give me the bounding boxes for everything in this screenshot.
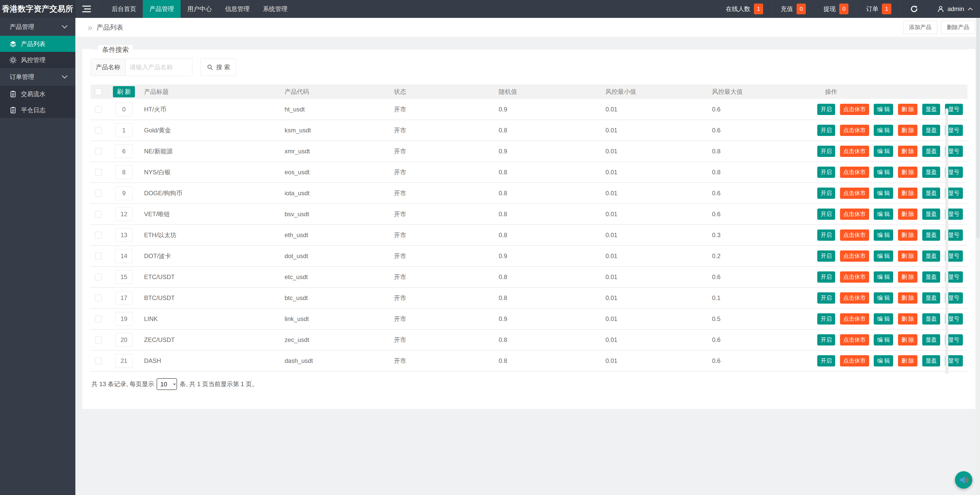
edit-button[interactable]: 编 辑 — [874, 355, 893, 366]
delete-button[interactable]: 删 除 — [898, 229, 917, 241]
close-market-button[interactable]: 点击休市 — [840, 271, 869, 283]
select-all-checkbox[interactable] — [95, 88, 102, 95]
row-checkbox[interactable] — [95, 169, 102, 175]
row-sort-id[interactable]: 13 — [115, 228, 133, 242]
open-market-button[interactable]: 开启 — [817, 104, 835, 115]
close-market-button[interactable]: 点击休市 — [840, 334, 869, 345]
row-sort-id[interactable]: 0 — [115, 102, 133, 116]
show-profit-button[interactable]: 显盈 — [922, 167, 940, 178]
search-button[interactable]: 搜 索 — [200, 59, 236, 76]
sidebar-group-product-mgmt[interactable]: 产品管理 — [0, 18, 75, 36]
show-profit-button[interactable]: 显盈 — [922, 292, 940, 304]
row-sort-id[interactable]: 20 — [115, 333, 133, 347]
show-profit-button[interactable]: 显盈 — [922, 334, 940, 345]
row-sort-id[interactable]: 12 — [115, 207, 133, 221]
close-market-button[interactable]: 点击休市 — [840, 146, 869, 157]
edit-button[interactable]: 编 辑 — [874, 271, 893, 283]
row-checkbox[interactable] — [95, 315, 102, 322]
edit-button[interactable]: 编 辑 — [874, 146, 893, 157]
row-sort-id[interactable]: 21 — [115, 354, 133, 368]
delete-button[interactable]: 删 除 — [898, 125, 917, 136]
sidebar-item-trade-flow[interactable]: 交易流水 — [0, 86, 75, 102]
close-market-button[interactable]: 点击休市 — [840, 167, 869, 178]
show-profit-button[interactable]: 显盈 — [922, 250, 940, 262]
row-checkbox[interactable] — [95, 148, 102, 154]
page-size-select[interactable]: 10 — [157, 378, 177, 390]
delete-product-button[interactable]: 删除产品 — [941, 21, 975, 34]
show-profit-button[interactable]: 显盈 — [922, 188, 940, 199]
stat-online-count[interactable]: 在线人数 1 — [717, 0, 772, 18]
nav-item-dashboard[interactable]: 后台首页 — [105, 0, 143, 18]
open-market-button[interactable]: 开启 — [817, 313, 835, 325]
stat-deposit[interactable]: 充值 0 — [772, 0, 815, 18]
show-profit-button[interactable]: 显盈 — [922, 125, 940, 136]
close-market-button[interactable]: 点击休市 — [840, 125, 869, 136]
delete-button[interactable]: 删 除 — [898, 250, 917, 262]
table-refresh-button[interactable]: 刷 新 — [113, 86, 135, 97]
row-checkbox[interactable] — [95, 294, 102, 301]
row-sort-id[interactable]: 9 — [115, 186, 133, 200]
row-checkbox[interactable] — [95, 127, 102, 134]
open-market-button[interactable]: 开启 — [817, 146, 835, 157]
close-market-button[interactable]: 点击休市 — [840, 355, 869, 366]
page-scrollbar[interactable] — [976, 18, 980, 495]
close-market-button[interactable]: 点击休市 — [840, 229, 869, 241]
delete-button[interactable]: 删 除 — [898, 188, 917, 199]
page-scrollbar-thumb[interactable] — [977, 18, 980, 238]
show-profit-button[interactable]: 显盈 — [922, 229, 940, 241]
edit-button[interactable]: 编 辑 — [874, 292, 893, 304]
nav-item-system[interactable]: 系统管理 — [256, 0, 294, 18]
show-profit-button[interactable]: 显盈 — [922, 313, 940, 325]
delete-button[interactable]: 删 除 — [898, 167, 917, 178]
delete-button[interactable]: 删 除 — [898, 146, 917, 157]
row-sort-id[interactable]: 1 — [115, 123, 133, 137]
row-sort-id[interactable]: 14 — [115, 249, 133, 263]
row-checkbox[interactable] — [95, 274, 102, 280]
table-scrollbar[interactable] — [945, 108, 948, 374]
edit-button[interactable]: 编 辑 — [874, 125, 893, 136]
delete-button[interactable]: 删 除 — [898, 355, 917, 366]
delete-button[interactable]: 删 除 — [898, 104, 917, 115]
row-checkbox[interactable] — [95, 190, 102, 197]
open-market-button[interactable]: 开启 — [817, 229, 835, 241]
delete-button[interactable]: 删 除 — [898, 209, 917, 220]
nav-item-info[interactable]: 信息管理 — [218, 0, 256, 18]
edit-button[interactable]: 编 辑 — [874, 188, 893, 199]
open-market-button[interactable]: 开启 — [817, 292, 835, 304]
show-profit-button[interactable]: 显盈 — [922, 146, 940, 157]
open-market-button[interactable]: 开启 — [817, 271, 835, 283]
open-market-button[interactable]: 开启 — [817, 334, 835, 345]
open-market-button[interactable]: 开启 — [817, 125, 835, 136]
close-market-button[interactable]: 点击休市 — [840, 209, 869, 220]
close-market-button[interactable]: 点击休市 — [840, 292, 869, 304]
row-checkbox[interactable] — [95, 211, 102, 218]
close-market-button[interactable]: 点击休市 — [840, 104, 869, 115]
edit-button[interactable]: 编 辑 — [874, 250, 893, 262]
sidebar-item-product-list[interactable]: 产品列表 — [0, 36, 75, 52]
add-product-button[interactable]: 添加产品 — [903, 21, 937, 34]
show-profit-button[interactable]: 显盈 — [922, 104, 940, 115]
edit-button[interactable]: 编 辑 — [874, 313, 893, 325]
sidebar-item-close-log[interactable]: 平仓日志 — [0, 102, 75, 118]
nav-item-products[interactable]: 产品管理 — [143, 0, 181, 18]
sidebar-group-order-mgmt[interactable]: 订单管理 — [0, 68, 75, 86]
edit-button[interactable]: 编 辑 — [874, 334, 893, 345]
edit-button[interactable]: 编 辑 — [874, 209, 893, 220]
show-profit-button[interactable]: 显盈 — [922, 271, 940, 283]
edit-button[interactable]: 编 辑 — [874, 229, 893, 241]
user-menu[interactable]: admin — [928, 0, 980, 18]
sound-notification-button[interactable] — [955, 471, 972, 489]
close-market-button[interactable]: 点击休市 — [840, 188, 869, 199]
row-checkbox[interactable] — [95, 106, 102, 113]
stat-orders[interactable]: 订单 1 — [857, 0, 900, 18]
refresh-icon[interactable] — [900, 0, 928, 18]
product-name-input[interactable] — [126, 59, 192, 76]
edit-button[interactable]: 编 辑 — [874, 104, 893, 115]
open-market-button[interactable]: 开启 — [817, 355, 835, 366]
open-market-button[interactable]: 开启 — [817, 250, 835, 262]
row-sort-id[interactable]: 6 — [115, 144, 133, 158]
nav-item-users[interactable]: 用户中心 — [181, 0, 218, 18]
row-checkbox[interactable] — [95, 253, 102, 259]
row-sort-id[interactable]: 8 — [115, 166, 133, 179]
row-sort-id[interactable]: 19 — [115, 312, 133, 326]
